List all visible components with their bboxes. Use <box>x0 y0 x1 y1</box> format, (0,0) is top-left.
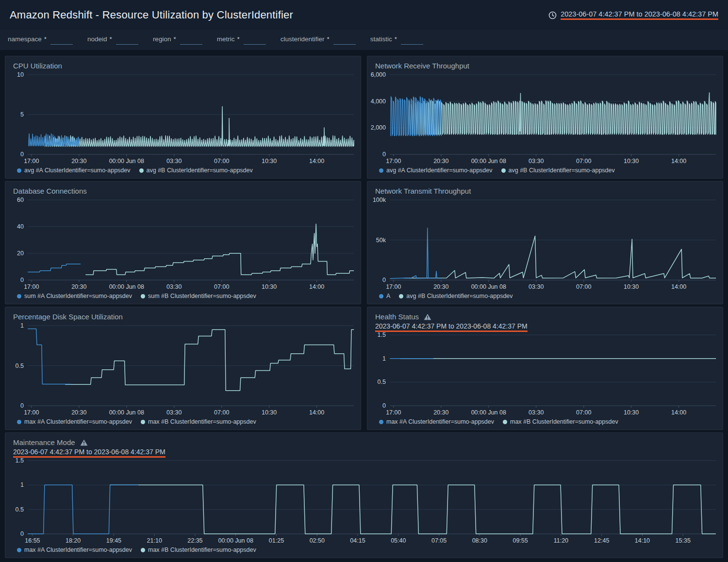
filter-label: clusteridentifier <box>281 35 325 45</box>
legend: max #A ClusterIdentifier=sumo-appsdev ma… <box>367 418 723 430</box>
svg-text:03:30: 03:30 <box>529 158 544 165</box>
filter-label: namespace <box>8 35 42 45</box>
svg-text:21:10: 21:10 <box>147 537 162 544</box>
panel-title: Network Receive Throughput <box>375 62 469 70</box>
panel-title: CPU Utilization <box>13 62 62 70</box>
legend: avg #A ClusterIdentifier=sumo-appsdev av… <box>367 167 723 178</box>
svg-text:12:45: 12:45 <box>594 537 609 544</box>
svg-text:20:30: 20:30 <box>433 409 448 416</box>
svg-text:19:45: 19:45 <box>106 537 121 544</box>
dashboard-header: Amazon Redshift - Resource Utilization b… <box>0 0 728 30</box>
series-a-dot-icon <box>17 420 21 424</box>
panel-percentage-disk-space: Percentage Disk Space Utilization 00.511… <box>5 307 361 430</box>
namespace-input[interactable] <box>50 36 73 45</box>
legend-item[interactable]: max #A ClusterIdentifier=sumo-appsdev <box>17 546 132 553</box>
legend-item[interactable]: sum #B ClusterIdentifier=sumo-appsdev <box>141 293 256 299</box>
svg-text:14:00: 14:00 <box>309 283 324 290</box>
svg-text:07:00: 07:00 <box>576 158 591 165</box>
legend-item[interactable]: avg #A ClusterIdentifier=sumo-appsdev <box>17 167 131 174</box>
legend-item[interactable]: avg #B ClusterIdentifier=sumo-appsdev <box>399 293 513 299</box>
series-a-dot-icon <box>17 548 21 552</box>
panel-health-status: Health Status 2023-06-07 4:42:37 PM to 2… <box>367 307 723 430</box>
time-range-text[interactable]: 2023-06-07 4:42:37 PM to 2023-06-08 4:42… <box>561 10 718 20</box>
panel-maintenance-mode: Maintenance Mode 2023-06-07 4:42:37 PM t… <box>5 432 723 558</box>
svg-text:100k: 100k <box>373 197 386 203</box>
svg-text:0.5: 0.5 <box>16 506 24 513</box>
filter-bar: namespace * nodeid * region * metric * c… <box>0 30 728 50</box>
svg-text:20:30: 20:30 <box>71 158 86 165</box>
panel-title: Database Connections <box>13 187 87 195</box>
svg-text:20:30: 20:30 <box>71 409 86 416</box>
svg-text:20:30: 20:30 <box>433 283 448 290</box>
health-status-chart[interactable]: 00.511.517:0020:3000:00 Jun 0803:3007:00… <box>367 330 723 418</box>
panel-network-transmit-throughput: Network Transmit Throughput 050k100k17:0… <box>367 181 723 304</box>
network-transmit-chart[interactable]: 050k100k17:0020:3000:00 Jun 0803:3007:00… <box>367 195 723 293</box>
database-connections-chart[interactable]: 020406017:0020:3000:00 Jun 0803:3007:001… <box>5 195 361 293</box>
filter-namespace: namespace * <box>8 35 73 45</box>
legend-label: max #A ClusterIdentifier=sumo-appsdev <box>24 546 132 553</box>
svg-text:6,000: 6,000 <box>371 71 386 78</box>
maintenance-mode-chart[interactable]: 00.511.516:5518:2019:4521:1022:3500:00 J… <box>5 456 723 546</box>
legend: max #A ClusterIdentifier=sumo-appsdev ma… <box>5 546 723 558</box>
statistic-input[interactable] <box>401 36 423 45</box>
warning-icon[interactable] <box>424 314 431 320</box>
legend-item[interactable]: max #A ClusterIdentifier=sumo-appsdev <box>379 418 494 425</box>
filter-metric: metric * <box>217 35 266 45</box>
chart-svg: 050k100k17:0020:3000:00 Jun 0803:3007:00… <box>367 195 723 293</box>
series-b-dot-icon <box>141 420 145 424</box>
series-b-dot-icon <box>503 420 507 424</box>
network-receive-chart[interactable]: 02,0004,0006,00017:0020:3000:00 Jun 0803… <box>367 70 723 167</box>
filter-region: region * <box>153 35 202 45</box>
nodeid-input[interactable] <box>116 36 138 45</box>
legend-item[interactable]: max #A ClusterIdentifier=sumo-appsdev <box>17 418 132 425</box>
svg-text:11:20: 11:20 <box>554 537 568 544</box>
svg-text:00:00 Jun 08: 00:00 Jun 08 <box>471 158 506 165</box>
svg-text:0: 0 <box>382 151 386 158</box>
svg-text:60: 60 <box>17 197 24 203</box>
panel-network-receive-throughput: Network Receive Throughput 02,0004,0006,… <box>367 56 723 179</box>
clusteridentifier-input[interactable] <box>333 36 356 45</box>
svg-text:07:00: 07:00 <box>576 283 591 290</box>
legend-label: A <box>386 293 390 299</box>
disk-space-chart[interactable]: 00.5117:0020:3000:00 Jun 0803:3007:0010:… <box>5 321 361 418</box>
legend-item[interactable]: avg #B ClusterIdentifier=sumo-appsdev <box>139 167 253 174</box>
legend-label: sum #B ClusterIdentifier=sumo-appsdev <box>148 293 256 299</box>
svg-text:10: 10 <box>17 71 24 78</box>
svg-text:0.5: 0.5 <box>378 379 386 385</box>
legend-label: max #B ClusterIdentifier=sumo-appsdev <box>510 418 618 425</box>
legend-item[interactable]: avg #A ClusterIdentifier=sumo-appsdev <box>379 167 493 174</box>
svg-text:17:00: 17:00 <box>386 409 401 416</box>
svg-text:1.5: 1.5 <box>16 457 24 464</box>
svg-text:03:30: 03:30 <box>166 283 182 290</box>
svg-text:15:35: 15:35 <box>676 537 691 544</box>
required-marker: * <box>110 35 112 45</box>
panel-subtitle[interactable]: 2023-06-07 4:42:37 PM to 2023-06-08 4:42… <box>13 448 715 456</box>
legend-item[interactable]: A <box>379 293 390 299</box>
series-b-dot-icon <box>399 294 403 298</box>
svg-text:5: 5 <box>20 111 24 118</box>
chart-svg: 00.511.517:0020:3000:00 Jun 0803:3007:00… <box>367 330 723 418</box>
svg-text:03:30: 03:30 <box>166 409 182 416</box>
svg-text:0.5: 0.5 <box>16 363 24 369</box>
metric-input[interactable] <box>244 36 266 45</box>
legend-item[interactable]: max #B ClusterIdentifier=sumo-appsdev <box>503 418 618 425</box>
region-input[interactable] <box>180 36 202 45</box>
legend-label: avg #B ClusterIdentifier=sumo-appsdev <box>147 167 253 174</box>
svg-text:14:00: 14:00 <box>309 409 324 416</box>
legend-label: max #B ClusterIdentifier=sumo-appsdev <box>148 546 256 553</box>
panel-subtitle[interactable]: 2023-06-07 4:42:37 PM to 2023-06-08 4:42… <box>375 322 715 330</box>
legend-item[interactable]: sum #A ClusterIdentifier=sumo-appsdev <box>17 293 132 299</box>
warning-icon[interactable] <box>80 439 88 446</box>
legend-item[interactable]: max #B ClusterIdentifier=sumo-appsdev <box>141 418 256 425</box>
series-b-dot-icon <box>141 294 145 298</box>
filter-label: region <box>153 35 171 45</box>
cpu-utilization-chart[interactable]: 051017:0020:3000:00 Jun 0803:3007:0010:3… <box>5 70 361 167</box>
legend-item[interactable]: max #B ClusterIdentifier=sumo-appsdev <box>141 546 256 553</box>
svg-text:22:35: 22:35 <box>187 537 202 544</box>
svg-text:18:20: 18:20 <box>66 537 81 544</box>
required-marker: * <box>327 35 329 45</box>
legend-item[interactable]: avg #B ClusterIdentifier=sumo-appsdev <box>501 167 615 174</box>
time-range-picker[interactable]: 2023-06-07 4:42:37 PM to 2023-06-08 4:42… <box>548 10 718 20</box>
svg-text:20:30: 20:30 <box>71 283 86 290</box>
panel-title: Health Status <box>375 313 419 321</box>
